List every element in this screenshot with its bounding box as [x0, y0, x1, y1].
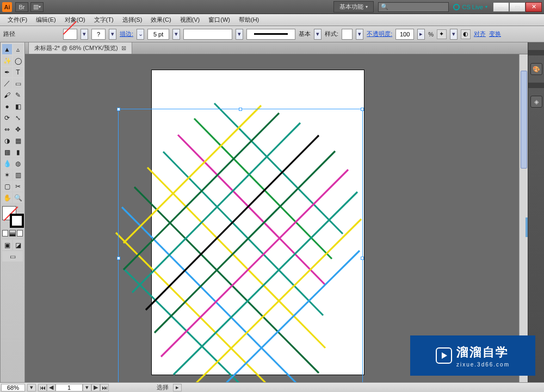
tool-perspective[interactable]: ▦ — [13, 135, 23, 146]
stroke-weight-down[interactable]: ⌄ — [137, 29, 144, 40]
color-panel-icon[interactable]: 🎨 — [530, 63, 542, 75]
tool-slice[interactable]: ✂ — [13, 181, 23, 191]
layers-panel-icon[interactable]: ◈ — [530, 96, 542, 108]
menu-effect[interactable]: 效果(C) — [146, 16, 175, 24]
scrollbar-thumb[interactable] — [521, 71, 527, 169]
mode-color[interactable] — [2, 230, 8, 237]
tool-rotate[interactable]: ⟳ — [2, 113, 12, 123]
fill-swatch[interactable] — [63, 29, 77, 40]
zoom-menu[interactable]: ▾ — [27, 384, 36, 391]
menu-type[interactable]: 文字(T) — [90, 16, 118, 24]
draw-behind[interactable]: ◪ — [13, 240, 23, 250]
right-dock: 🎨 ◈ — [528, 42, 544, 382]
close-button[interactable]: ✕ — [526, 2, 542, 12]
tool-width[interactable]: ⇔ — [2, 124, 12, 134]
menu-help[interactable]: 帮助(H) — [234, 16, 263, 24]
menu-edit[interactable]: 编辑(E) — [32, 16, 60, 24]
opacity-label[interactable]: 不透明度: — [367, 30, 392, 38]
vw-profile-menu[interactable]: ▾ — [236, 29, 243, 40]
tool-zoom[interactable]: 🔍 — [13, 192, 23, 203]
variable-width-profile[interactable] — [183, 29, 232, 40]
tool-hand[interactable]: ✋ — [2, 192, 12, 203]
search-input[interactable]: 🔍 — [378, 2, 449, 12]
mode-gradient[interactable] — [9, 230, 15, 237]
opacity-input[interactable] — [395, 29, 414, 40]
brush-definition[interactable] — [246, 29, 295, 40]
nav-last[interactable]: ⏭ — [100, 384, 109, 391]
canvas[interactable] — [25, 54, 528, 382]
cslive-button[interactable]: CS Live ▾ — [453, 4, 487, 10]
tool-pen[interactable]: ✒ — [2, 67, 12, 77]
tool-type[interactable]: T — [13, 67, 23, 77]
watermark-brand: 溜溜自学 — [456, 344, 510, 360]
bridge-button[interactable]: Br — [15, 2, 28, 12]
style-swatch[interactable] — [342, 29, 353, 40]
minimize-button[interactable]: — — [493, 2, 509, 12]
tool-gradient[interactable]: ▮ — [13, 147, 23, 157]
workspace-switcher[interactable]: 基本功能▾ — [333, 1, 374, 13]
brush-menu[interactable]: ▾ — [314, 29, 322, 40]
tool-direct-select[interactable]: ▵ — [13, 44, 23, 54]
recolor-artwork-icon[interactable]: ✦ — [437, 29, 447, 39]
menu-file[interactable]: 文件(F) — [3, 16, 32, 24]
selection-handle[interactable] — [361, 257, 364, 260]
tool-symbol-spray[interactable]: ✶ — [2, 170, 12, 180]
percent-label: % — [428, 31, 434, 38]
selection-handle[interactable] — [117, 108, 120, 111]
draw-normal[interactable]: ▣ — [2, 240, 12, 250]
dock-grip-2[interactable] — [528, 83, 545, 88]
document-tab[interactable]: 未标题-2* @ 68% (CMYK/预览) ⊠ — [28, 42, 132, 54]
align-link[interactable]: 对齐 — [474, 30, 486, 38]
fill-dropdown[interactable]: ▾ — [81, 29, 88, 40]
artboard-number[interactable] — [55, 384, 83, 391]
menu-window[interactable]: 窗口(W) — [204, 16, 234, 24]
tool-line[interactable]: ／ — [2, 78, 12, 89]
dock-grip[interactable] — [528, 50, 545, 55]
mode-none[interactable] — [17, 230, 23, 237]
stroke-dropdown[interactable]: ▾ — [109, 29, 116, 40]
screen-mode[interactable]: ▭ — [2, 251, 23, 262]
tool-shape-builder[interactable]: ◑ — [2, 135, 12, 146]
tool-eraser[interactable]: ◧ — [13, 101, 23, 111]
tool-eyedropper[interactable]: 💧 — [2, 158, 12, 169]
tool-pencil[interactable]: ✎ — [13, 90, 23, 100]
opacity-menu[interactable]: ▸ — [417, 29, 425, 40]
nav-first[interactable]: ⏮ — [38, 384, 47, 391]
tool-selection[interactable]: ▲ — [2, 44, 12, 54]
tool-free-transform[interactable]: ✥ — [13, 124, 23, 134]
style-menu[interactable]: ▾ — [356, 29, 363, 40]
status-menu[interactable]: ▸ — [173, 384, 182, 391]
select-similar-icon[interactable]: ◐ — [461, 29, 471, 39]
maximize-button[interactable]: ▭ — [509, 2, 526, 12]
selection-bounding-box[interactable] — [118, 109, 363, 382]
zoom-input[interactable] — [1, 384, 25, 391]
tool-scale[interactable]: ⤡ — [13, 113, 23, 123]
tool-artboard[interactable]: ▢ — [2, 181, 12, 191]
nav-next[interactable]: ▶ — [91, 384, 100, 391]
fill-stroke-indicator[interactable] — [2, 206, 24, 228]
tool-graph[interactable]: ▥ — [13, 170, 23, 180]
selection-handle[interactable] — [361, 108, 364, 111]
stroke-swatch[interactable]: ? — [91, 29, 106, 40]
stroke-indicator[interactable] — [10, 214, 24, 228]
tool-rectangle[interactable]: ▭ — [13, 78, 23, 89]
tool-blob[interactable]: ● — [2, 101, 12, 111]
tool-paintbrush[interactable]: 🖌 — [2, 90, 12, 100]
tool-mesh[interactable]: ▩ — [2, 147, 12, 157]
tool-magic-wand[interactable]: ✨ — [2, 55, 12, 66]
tool-lasso[interactable]: ◯ — [13, 55, 23, 66]
close-tab-icon[interactable]: ⊠ — [121, 45, 126, 52]
nav-menu[interactable]: ▾ — [83, 384, 91, 391]
transform-link[interactable]: 变换 — [489, 30, 501, 38]
stroke-label[interactable]: 描边: — [120, 30, 133, 38]
nav-prev[interactable]: ◀ — [47, 384, 55, 391]
recolor-menu[interactable]: ▾ — [450, 29, 458, 40]
stroke-weight-menu[interactable]: ▾ — [172, 29, 180, 40]
tool-blend[interactable]: ◍ — [13, 158, 23, 169]
menu-select[interactable]: 选择(S) — [118, 16, 147, 24]
selection-handle[interactable] — [239, 108, 242, 111]
selection-handle[interactable] — [117, 257, 120, 260]
menu-view[interactable]: 视图(V) — [176, 16, 205, 24]
stroke-weight-input[interactable] — [147, 29, 169, 40]
arrange-button[interactable]: ▥ ▾ — [30, 2, 44, 12]
